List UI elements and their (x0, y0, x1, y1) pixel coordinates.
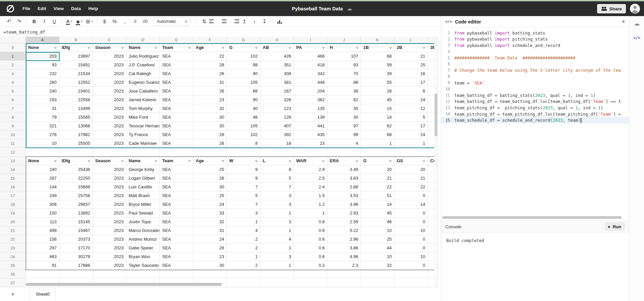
cell[interactable]: 5 (227, 191, 260, 200)
cell[interactable]: 2.59 (327, 218, 361, 226)
cell[interactable]: SEA (160, 200, 193, 209)
table-header-cell[interactable]: IDfg∨ (59, 157, 93, 165)
cell[interactable]: SEA (160, 61, 193, 69)
cell[interactable]: 123 (260, 104, 294, 113)
cell[interactable]: 240 (26, 165, 59, 174)
menu-help[interactable]: Help (85, 1, 102, 16)
row-header-16[interactable]: 16 (0, 183, 26, 191)
cell[interactable]: 28 (361, 87, 394, 96)
cell[interactable]: 22250 (59, 174, 93, 183)
cell[interactable]: 25 (394, 61, 428, 69)
cell[interactable]: 5.22 (327, 226, 361, 235)
cell[interactable]: 55 (361, 78, 394, 87)
cell[interactable]: Marco Gonzales (126, 226, 160, 235)
cell[interactable]: 2023 (93, 226, 126, 235)
cell[interactable]: 21 (394, 174, 428, 183)
cell[interactable]: 2023 (93, 104, 126, 113)
cell[interactable]: 14 (361, 113, 394, 122)
decimal-increase-icon[interactable]: .00 (140, 17, 150, 26)
row-header-5[interactable]: 5 (0, 87, 26, 96)
cell[interactable]: SEA (160, 78, 193, 87)
cell[interactable]: 448 (294, 78, 327, 87)
number-format-select[interactable]: Automatic∨ (153, 17, 191, 25)
cell[interactable]: 0.8 (294, 218, 327, 226)
cell[interactable]: 1.5 (294, 191, 327, 200)
column-header-C[interactable]: C (93, 37, 126, 43)
cell[interactable]: 25756 (59, 191, 93, 200)
cell[interactable]: 23 (193, 252, 227, 261)
row-header-0[interactable]: 0 (0, 43, 26, 52)
cell[interactable]: George Kirby (126, 165, 160, 174)
cell[interactable]: 1 (260, 209, 294, 218)
cell[interactable]: 2 (227, 261, 260, 270)
valign-middle-icon[interactable]: ↕ (249, 17, 259, 26)
cell[interactable]: 107 (327, 52, 361, 61)
cell[interactable]: 4 (327, 139, 361, 148)
cell[interactable]: 102 (227, 52, 260, 61)
cell[interactable]: 10 (394, 226, 428, 235)
cell[interactable]: 99 (327, 130, 361, 139)
run-button[interactable]: ▶ Run (605, 222, 625, 231)
cell[interactable]: 82 (327, 96, 361, 104)
cell[interactable]: 32 (361, 261, 394, 270)
cell[interactable]: 31 (193, 78, 227, 87)
code-horizontal-scrollbar[interactable] (442, 216, 622, 219)
cell[interactable]: 8 (227, 139, 260, 148)
cell[interactable]: 2.4 (294, 183, 327, 191)
menu-file[interactable]: File (19, 1, 34, 16)
cell[interactable]: 28 (193, 244, 227, 252)
insert-chart-icon[interactable] (274, 17, 284, 26)
cell[interactable]: 2023 (93, 183, 126, 191)
table-header-cell[interactable]: WAR∨ (294, 157, 327, 165)
cell[interactable]: SEA (160, 209, 193, 218)
cell[interactable]: 31 (193, 226, 227, 235)
cell[interactable]: 68 (361, 52, 394, 61)
cell[interactable]: 3 (227, 209, 260, 218)
cell[interactable]: 326 (260, 96, 294, 104)
cell[interactable]: 30279 (59, 252, 93, 261)
cell[interactable]: 297 (26, 244, 59, 252)
cell[interactable]: 17888 (59, 261, 93, 270)
row-header-7[interactable]: 7 (0, 104, 26, 113)
underline-icon[interactable]: U (49, 17, 59, 26)
row-header-25[interactable]: 25 (0, 261, 26, 270)
cell[interactable]: 102 (227, 130, 260, 139)
cell[interactable]: 0 (394, 244, 428, 252)
cell[interactable]: Bryan Woo (126, 252, 160, 261)
cell[interactable]: 66 (227, 87, 260, 96)
share-button[interactable]: Share (597, 4, 626, 13)
cell[interactable]: 21 (394, 52, 428, 61)
cell[interactable]: Julio Rodriguez (126, 52, 160, 61)
cell[interactable]: 2.9 (294, 165, 327, 174)
cell[interactable]: 29837 (59, 200, 93, 209)
cell[interactable]: 32 (193, 218, 227, 226)
cell[interactable]: 68 (361, 130, 394, 139)
table-header-cell[interactable]: Season∨ (93, 157, 126, 165)
cell[interactable]: 15689 (59, 183, 93, 191)
row-header-18[interactable]: 18 (0, 200, 26, 209)
column-header-B[interactable]: B (59, 37, 93, 43)
valign-top-icon[interactable]: ↥ (239, 17, 249, 26)
cell[interactable]: 24 (193, 235, 227, 244)
cell[interactable]: Eugenio Suarez (126, 78, 160, 87)
horizontal-scrollbar[interactable] (26, 283, 222, 286)
cell[interactable]: 203 (26, 52, 59, 61)
cell[interactable]: 0 (394, 191, 428, 200)
cell[interactable]: 4.96 (327, 252, 361, 261)
row-header-24[interactable]: 24 (0, 252, 26, 261)
cell[interactable]: Logan Gilbert (126, 174, 160, 183)
text-color-icon[interactable]: A∨ (64, 17, 74, 26)
table-header-cell[interactable]: G∨ (227, 43, 260, 52)
cell[interactable]: 1 (361, 139, 394, 148)
cell[interactable]: SEA (160, 104, 193, 113)
cell[interactable]: SEA (160, 244, 193, 252)
cell[interactable]: 17982 (59, 130, 93, 139)
cell[interactable]: SEA (160, 226, 193, 235)
cell[interactable]: 40 (227, 104, 260, 113)
table-header-cell[interactable]: AB∨ (260, 43, 294, 52)
cell[interactable]: 24 (193, 200, 227, 209)
cell[interactable]: 342 (294, 69, 327, 78)
cell[interactable]: 2023 (93, 209, 126, 218)
cell[interactable]: 240 (26, 87, 59, 96)
cell[interactable]: 28 (193, 61, 227, 69)
